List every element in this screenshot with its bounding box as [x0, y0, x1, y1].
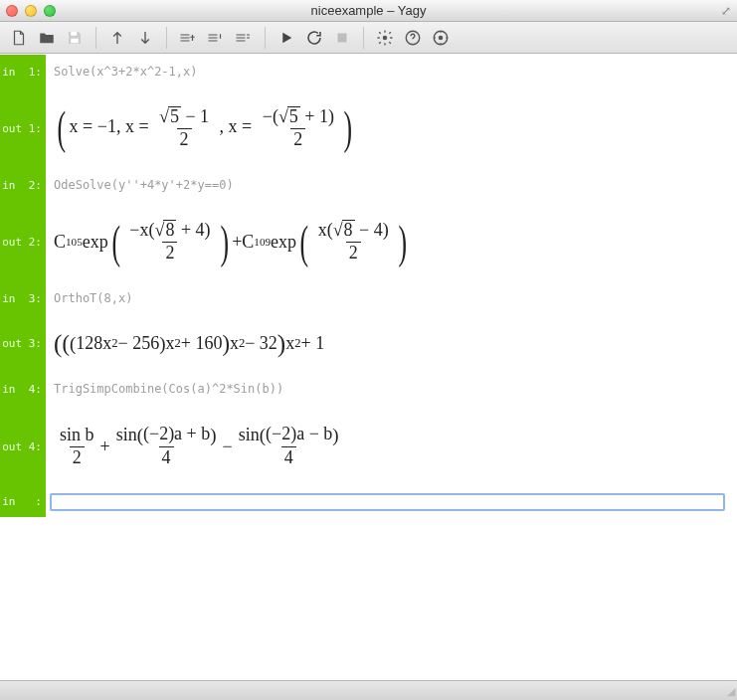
gutter-label: in 1:: [0, 55, 46, 88]
svg-rect-2: [338, 33, 347, 42]
svg-rect-1: [71, 38, 79, 43]
math-output: C105 exp ( −x(√8 + 4) 2 ) + C109 exp ( x…: [46, 202, 737, 281]
help-button[interactable]: [400, 26, 426, 50]
cell-in-1[interactable]: in 1: Solve(x^3+2*x^2-1,x): [0, 55, 737, 88]
notebook-area: in 1: Solve(x^3+2*x^2-1,x) out 1: ( x = …: [0, 54, 737, 680]
cell-out-3: out 3: (((128x2 − 256)x2 + 160)x2 − 32)x…: [0, 315, 737, 372]
cell-in-active[interactable]: in :: [0, 487, 737, 517]
svg-point-6: [439, 35, 444, 40]
new-file-button[interactable]: [6, 26, 32, 50]
toolbar-separator: [265, 27, 266, 49]
delete-cell-button[interactable]: [231, 26, 257, 50]
window-title: niceexample – Yagy: [0, 3, 737, 18]
code-cell[interactable]: Solve(x^3+2*x^2-1,x): [46, 55, 737, 88]
window-controls: [6, 5, 56, 17]
close-window-button[interactable]: [6, 5, 18, 17]
math-output: sin b 2 + sin((−2)a + b) 4 − sin((−2)a −…: [46, 406, 737, 486]
insert-below-button[interactable]: [203, 26, 229, 50]
gutter-label: in :: [0, 487, 46, 517]
insert-above-button[interactable]: [175, 26, 201, 50]
toolbar-separator: [363, 27, 364, 49]
code-cell[interactable]: TrigSimpCombine(Cos(a)^2*Sin(b)): [46, 372, 737, 406]
active-code-input[interactable]: [50, 493, 725, 511]
code-cell[interactable]: OdeSolve(y''+4*y'+2*y==0): [46, 168, 737, 202]
resize-handle-icon[interactable]: ◢: [727, 685, 735, 698]
cell-out-2: out 2: C105 exp ( −x(√8 + 4) 2 ) + C109 …: [0, 202, 737, 281]
gutter-label: in 4:: [0, 372, 46, 406]
settings-button[interactable]: [372, 26, 398, 50]
stop-button[interactable]: [329, 26, 355, 50]
math-output: (((128x2 − 256)x2 + 160)x2 − 32)x2 + 1: [46, 315, 737, 372]
cell-out-4: out 4: sin b 2 + sin((−2)a + b) 4 − sin(…: [0, 406, 737, 486]
minimize-window-button[interactable]: [25, 5, 37, 17]
toolbar: [0, 22, 737, 54]
gutter-label: out 3:: [0, 315, 46, 372]
toolbar-separator: [166, 27, 167, 49]
svg-point-3: [383, 35, 388, 40]
restart-button[interactable]: [301, 26, 327, 50]
move-up-button[interactable]: [104, 26, 130, 50]
zoom-window-button[interactable]: [44, 5, 56, 17]
toolbar-separator: [95, 27, 96, 49]
cell-in-4[interactable]: in 4: TrigSimpCombine(Cos(a)^2*Sin(b)): [0, 372, 737, 406]
cell-in-2[interactable]: in 2: OdeSolve(y''+4*y'+2*y==0): [0, 168, 737, 202]
gutter-label: out 1:: [0, 88, 46, 168]
math-output: ( x = −1, x = √5 − 1 2 , x = −(√5 + 1) 2…: [46, 88, 737, 168]
gutter-label: out 4:: [0, 406, 46, 486]
gutter-label: out 2:: [0, 202, 46, 281]
gutter-label: in 3:: [0, 281, 46, 315]
run-button[interactable]: [274, 26, 299, 50]
code-cell[interactable]: OrthoT(8,x): [46, 281, 737, 315]
open-file-button[interactable]: [34, 26, 60, 50]
fullscreen-icon[interactable]: ⤢: [721, 4, 731, 18]
about-button[interactable]: [428, 26, 454, 50]
cell-out-1: out 1: ( x = −1, x = √5 − 1 2 , x = −(√5…: [0, 88, 737, 168]
math-text: x = −1: [70, 116, 116, 136]
save-file-button[interactable]: [62, 26, 88, 50]
cell-in-3[interactable]: in 3: OrthoT(8,x): [0, 281, 737, 315]
move-down-button[interactable]: [132, 26, 158, 50]
status-bar: ◢: [0, 680, 737, 700]
gutter-label: in 2:: [0, 168, 46, 202]
svg-rect-0: [71, 32, 77, 36]
title-bar: niceexample – Yagy ⤢: [0, 0, 737, 22]
